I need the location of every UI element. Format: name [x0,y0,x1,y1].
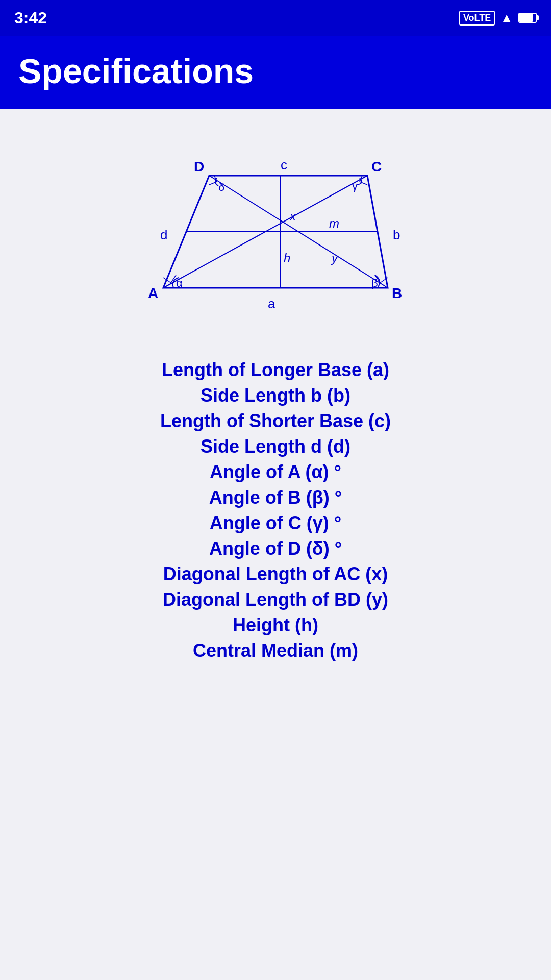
main-content: A B C D a c b d α β γ δ [0,109,551,682]
volte-icon: VoLTE [459,11,495,26]
spec-item-6: Angle of C (γ) ° [210,512,341,534]
svg-text:b: b [393,227,400,242]
svg-text:α: α [176,277,183,289]
spec-item-5: Angle of B (β) ° [209,487,342,508]
specifications-list: Length of Longer Base (a)Side Length b (… [160,359,391,662]
svg-text:m: m [329,216,339,230]
spec-item-11: Central Median (m) [193,640,358,662]
spec-item-0: Length of Longer Base (a) [162,359,389,381]
svg-text:y: y [331,251,339,265]
page-title: Specifications [18,52,254,90]
spec-item-2: Length of Shorter Base (c) [160,410,391,432]
svg-text:d: d [160,227,167,242]
spec-item-7: Angle of D (δ) ° [209,538,342,559]
svg-text:h: h [284,251,290,265]
battery-icon [518,13,537,23]
svg-text:A: A [148,285,158,301]
svg-text:c: c [281,157,287,173]
app-header: Specifications [0,36,551,109]
svg-text:D: D [194,159,204,175]
spec-item-4: Angle of A (α) ° [210,461,341,483]
spec-item-10: Height (h) [233,615,318,636]
svg-text:a: a [268,296,276,311]
status-bar: 3:42 VoLTE ▲ [0,0,551,36]
svg-text:B: B [392,285,402,301]
status-icons: VoLTE ▲ [459,10,537,26]
svg-text:C: C [371,159,382,175]
status-time: 3:42 [14,9,47,28]
svg-text:β: β [371,277,378,289]
signal-icon: ▲ [500,10,513,26]
diagram-container: A B C D a c b d α β γ δ [15,140,536,324]
svg-text:δ: δ [218,181,224,193]
spec-item-1: Side Length b (b) [201,385,350,406]
trapezoid-diagram: A B C D a c b d α β γ δ [143,140,408,324]
spec-item-9: Diagonal Length of BD (y) [163,589,388,610]
svg-text:x: x [289,209,296,223]
spec-item-8: Diagonal Length of AC (x) [163,564,388,585]
spec-item-3: Side Length d (d) [201,436,350,457]
svg-text:γ: γ [352,180,358,192]
